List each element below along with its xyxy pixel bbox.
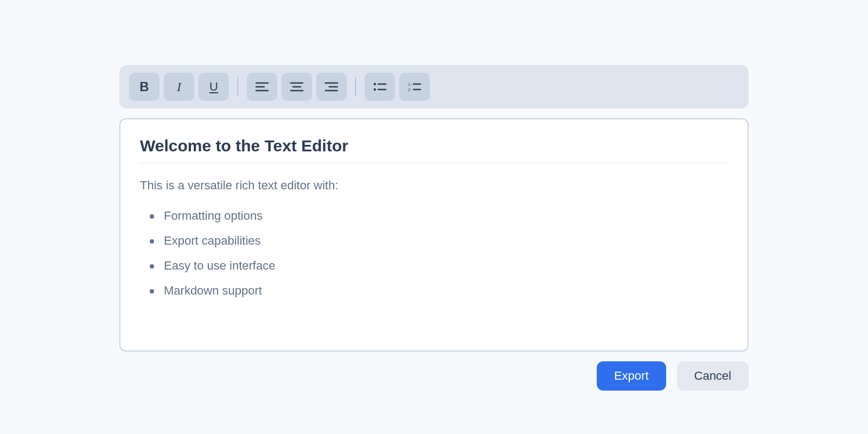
align-right-icon (324, 79, 339, 94)
formatting-toolbar: B I U (119, 65, 749, 108)
underline-button[interactable]: U (199, 73, 229, 101)
align-left-icon (254, 79, 270, 94)
align-right-button[interactable] (316, 73, 347, 101)
cancel-button[interactable]: Cancel (677, 361, 749, 391)
export-button[interactable]: Export (597, 361, 666, 391)
svg-text:1.: 1. (408, 82, 412, 87)
toolbar-separator (238, 77, 238, 97)
svg-point-11 (374, 88, 376, 91)
bold-icon: B (139, 79, 149, 94)
list-item: Easy to use interface (150, 253, 728, 278)
editor-card: B I U (11, 11, 857, 423)
italic-icon: I (177, 80, 181, 94)
editor-content-area[interactable]: Welcome to the Text Editor This is a ver… (119, 118, 749, 352)
align-left-button[interactable] (247, 73, 277, 101)
list-item: Formatting options (150, 203, 728, 228)
svg-point-9 (374, 83, 376, 85)
align-center-icon (289, 79, 304, 94)
bullet-list-icon (372, 79, 387, 94)
content-bullet-list: Formatting options Export capabilities E… (140, 203, 728, 303)
align-center-button[interactable] (282, 73, 312, 101)
underline-icon: U (209, 80, 218, 94)
bullet-list-button[interactable] (365, 73, 395, 101)
numbered-list-button[interactable]: 1. 2. (399, 73, 430, 101)
italic-button[interactable]: I (164, 73, 194, 101)
list-item: Markdown support (150, 278, 728, 303)
content-intro: This is a versatile rich text editor wit… (140, 178, 728, 193)
bold-button[interactable]: B (129, 73, 159, 101)
numbered-list-icon: 1. 2. (407, 79, 422, 94)
list-item: Export capabilities (150, 228, 728, 253)
content-heading: Welcome to the Text Editor (140, 137, 728, 163)
svg-text:2.: 2. (408, 87, 412, 92)
toolbar-separator (355, 77, 356, 97)
action-bar: Export Cancel (119, 361, 749, 391)
